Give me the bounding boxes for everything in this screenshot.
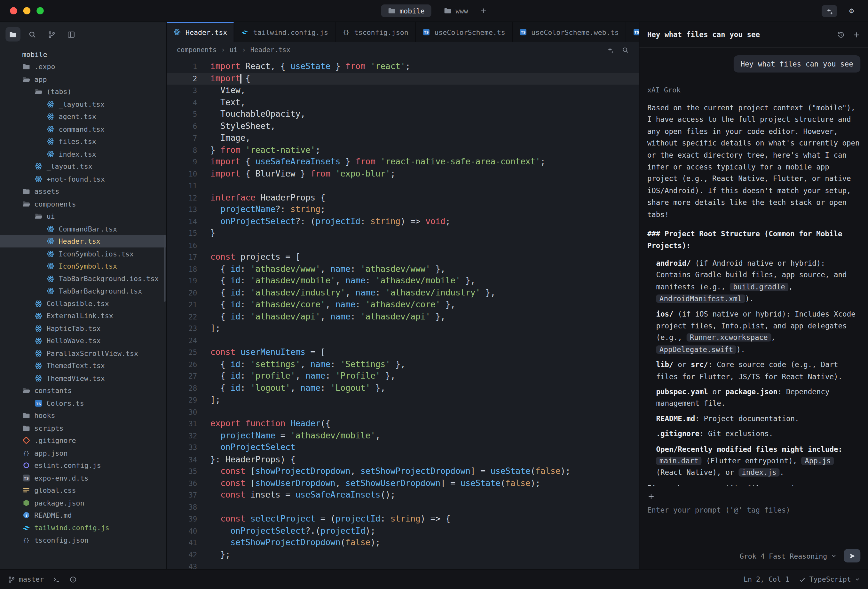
tree-item-eslint.config.js[interactable]: eslint.config.js (0, 459, 166, 472)
editor-tab-label: useColorScheme.ts (434, 28, 505, 36)
tree-item-label: constants (34, 387, 72, 395)
tree-item-TabBarBackground.tsx[interactable]: TabBarBackground.tsx (0, 285, 166, 297)
tree-item-IconSymbol.ios.tsx[interactable]: IconSymbol.ios.tsx (0, 248, 166, 260)
tree-item-_layout.tsx[interactable]: _layout.tsx (0, 98, 166, 110)
new-workspace-button[interactable] (480, 7, 488, 15)
sidebar-scrollbar[interactable] (164, 235, 165, 302)
editor-tab-Header.tsx[interactable]: Header.tsx (167, 22, 235, 42)
tree-item-.gitignore[interactable]: .gitignore (0, 434, 166, 447)
terminal-toggle[interactable] (53, 576, 61, 583)
editor-tab-tailwind.config.js[interactable]: tailwind.config.js (235, 22, 335, 42)
workspace-tab-mobile[interactable]: mobile (381, 4, 431, 17)
tree-item-app[interactable]: app (0, 73, 166, 86)
tree-item-label: CommandBar.tsx (59, 224, 117, 233)
editor-tab-bar: Header.tsxtailwind.config.js{}tsconfig.j… (167, 22, 639, 42)
tree-item-ui[interactable]: ui (0, 210, 166, 223)
prompt-input[interactable]: Enter your prompt ('@' tag files) (647, 506, 861, 514)
tree-item-(tabs)[interactable]: (tabs) (0, 86, 166, 98)
tree-item-assets[interactable]: assets (0, 185, 166, 198)
sidebar-tool-git[interactable] (44, 27, 59, 41)
workspace-tab-www[interactable]: www (437, 4, 475, 17)
new-thread-icon[interactable] (853, 31, 860, 38)
send-button[interactable] (844, 549, 860, 562)
react-icon (34, 162, 43, 171)
tree-item-_layout.tsx[interactable]: _layout.tsx (0, 160, 166, 173)
tree-item-command.tsx[interactable]: command.tsx (0, 123, 166, 135)
tree-item-files.tsx[interactable]: files.tsx (0, 135, 166, 148)
tree-item-label: eslint.config.js (34, 461, 101, 470)
tree-item-Collapsible.tsx[interactable]: Collapsible.tsx (0, 297, 166, 310)
file-tree[interactable]: mobile.expoapp(tabs)_layout.tsxagent.tsx… (0, 46, 166, 569)
history-icon[interactable] (837, 31, 845, 38)
npm-icon (22, 499, 30, 507)
code-line-27: 27 { id: 'profile', name: 'Profile' }, (167, 370, 639, 382)
code-line-19: 19 { id: 'athasdev/mobile', name: 'athas… (167, 275, 639, 287)
sidebar-tool-files[interactable] (6, 27, 21, 41)
cursor-position[interactable]: Ln 2, Col 1 (744, 575, 789, 583)
tree-item-IconSymbol.tsx[interactable]: IconSymbol.tsx (0, 260, 166, 272)
search-icon[interactable] (622, 46, 629, 54)
tree-item-ExternalLink.tsx[interactable]: ExternalLink.tsx (0, 310, 166, 322)
tree-item-scripts[interactable]: scripts (0, 422, 166, 434)
react-icon (46, 237, 55, 245)
tree-item-Header.tsx[interactable]: Header.tsx (0, 235, 166, 248)
sidebar-tool-search[interactable] (25, 27, 40, 41)
code-editor[interactable]: 1import React, { useState } from 'react'… (167, 58, 639, 569)
tree-item-package.json[interactable]: package.json (0, 497, 166, 509)
editor-tab-useColorScheme.web.ts[interactable]: TSuseColorScheme.web.ts (512, 22, 626, 42)
tree-item-TabBarBackground.ios.tsx[interactable]: TabBarBackground.ios.tsx (0, 272, 166, 285)
diagnostics-indicator[interactable] (69, 576, 77, 583)
attach-plus-icon[interactable] (647, 493, 655, 500)
tree-item-expo-env.d.ts[interactable]: TSexpo-env.d.ts (0, 472, 166, 484)
tree-item-hooks[interactable]: hooks (0, 409, 166, 422)
editor-tab-useColorScheme.ts[interactable]: TSuseColorScheme.ts (415, 22, 512, 42)
message-thread[interactable]: Hey what files can you see xAI Grok Base… (640, 48, 868, 486)
tree-item-HapticTab.tsx[interactable]: HapticTab.tsx (0, 322, 166, 335)
code-line-7: 7 Image, (167, 132, 639, 144)
tree-item-label: ExternalLink.tsx (46, 312, 113, 320)
tree-item-CommandBar.tsx[interactable]: CommandBar.tsx (0, 223, 166, 235)
breadcrumb-item-Header.tsx[interactable]: Header.tsx (250, 46, 291, 54)
status-bar: master Ln 2, Col 1 TypeScript (0, 569, 868, 589)
tree-item-Colors.ts[interactable]: TSColors.ts (0, 397, 166, 409)
code-line-11: 11 (167, 180, 639, 192)
search-icon (28, 30, 37, 38)
tree-item-+not-found.tsx[interactable]: +not-found.tsx (0, 173, 166, 185)
editor-tab-use[interactable]: TSuse (626, 22, 639, 42)
tree-item-ParallaxScrollView.tsx[interactable]: ParallaxScrollView.tsx (0, 347, 166, 359)
editor-tab-tsconfig.json[interactable]: {}tsconfig.json (335, 22, 416, 42)
ai-assistant-button[interactable] (822, 5, 837, 17)
assistant-header-actions (837, 31, 861, 38)
tree-item-tailwind.config.js[interactable]: tailwind.config.js (0, 521, 166, 534)
sidebar-tool-panels[interactable] (63, 27, 79, 41)
tree-item-index.tsx[interactable]: index.tsx (0, 148, 166, 160)
line-number: 2 (167, 73, 197, 85)
react-icon (34, 337, 43, 345)
settings-button[interactable]: ⚙ (844, 5, 859, 17)
tree-item-components[interactable]: components (0, 198, 166, 210)
tree-item-ThemedText.tsx[interactable]: ThemedText.tsx (0, 359, 166, 372)
tree-item-tsconfig.json[interactable]: {}tsconfig.json (0, 534, 166, 546)
tree-item-global.css[interactable]: global.css (0, 484, 166, 497)
tree-item-.expo[interactable]: .expo (0, 61, 166, 73)
breadcrumb-item-ui[interactable]: ui (230, 46, 238, 54)
breadcrumb-separator: › (242, 46, 246, 54)
model-selector[interactable]: Grok 4 Fast Reasoning (740, 552, 837, 560)
line-number: 3 (167, 85, 197, 97)
tree-item-label: TabBarBackground.tsx (59, 287, 142, 295)
language-selector[interactable]: TypeScript (798, 575, 860, 583)
breadcrumb-item-components[interactable]: components (177, 46, 217, 54)
sparkle-icon[interactable] (607, 46, 614, 54)
tree-item-constants[interactable]: constants (0, 384, 166, 397)
tree-item-ThemedView.tsx[interactable]: ThemedView.tsx (0, 372, 166, 384)
tree-item-HelloWave.tsx[interactable]: HelloWave.tsx (0, 335, 166, 347)
tree-item-README.md[interactable]: iREADME.md (0, 509, 166, 521)
react-icon (46, 100, 55, 108)
tree-item-mobile[interactable]: mobile (0, 48, 166, 61)
git-branch-indicator[interactable]: master (8, 575, 44, 583)
code-line-3: 3 View, (167, 85, 639, 97)
tree-item-app.json[interactable]: {}app.json (0, 447, 166, 459)
code-line-15: 15} (167, 228, 639, 239)
svg-text:{}: {} (23, 450, 30, 456)
tree-item-agent.tsx[interactable]: agent.tsx (0, 110, 166, 123)
